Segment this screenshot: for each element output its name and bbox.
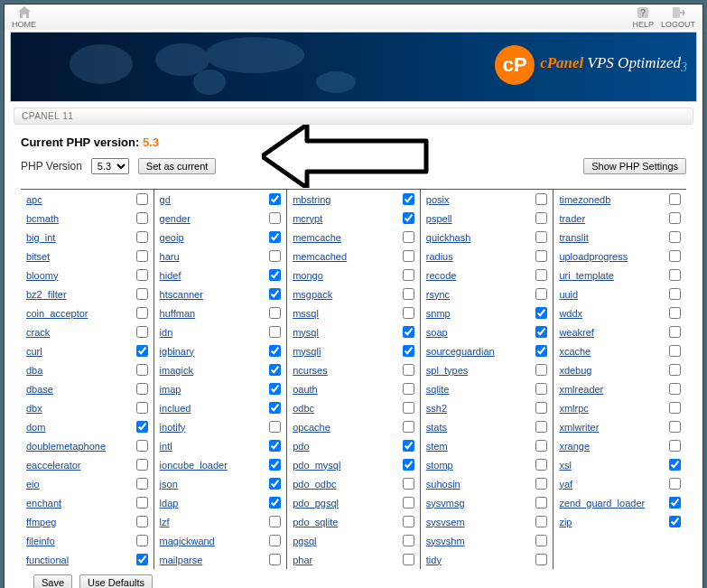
help-link[interactable]: ? HELP [632,5,654,29]
extension-link[interactable]: dom [26,422,45,433]
extension-checkbox[interactable] [535,497,547,509]
extension-link[interactable]: enchant [26,498,61,509]
extension-checkbox[interactable] [403,307,414,319]
extension-link[interactable]: crack [26,327,50,338]
save-button[interactable]: Save [33,574,72,588]
extension-checkbox[interactable] [136,402,148,414]
extension-link[interactable]: functional [26,555,69,565]
extension-checkbox[interactable] [669,497,681,509]
extension-checkbox[interactable] [136,421,148,433]
extension-link[interactable]: pdo_pgsql [293,498,339,509]
extension-checkbox[interactable] [403,345,414,357]
extension-checkbox[interactable] [269,478,281,490]
extension-checkbox[interactable] [669,421,681,433]
extension-checkbox[interactable] [669,250,681,262]
extension-link[interactable]: pdo [293,441,309,452]
extension-checkbox[interactable] [136,193,148,205]
extension-checkbox[interactable] [136,497,148,509]
extension-checkbox[interactable] [403,269,414,281]
extension-link[interactable]: tidy [426,555,442,565]
extension-link[interactable]: memcache [293,232,341,243]
extension-link[interactable]: suhosin [426,479,460,490]
extension-checkbox[interactable] [669,231,681,243]
extension-checkbox[interactable] [669,478,681,490]
extension-checkbox[interactable] [403,535,414,546]
extension-link[interactable]: htscanner [160,289,203,300]
extension-checkbox[interactable] [403,478,414,490]
extension-link[interactable]: pgsql [293,536,316,546]
extension-checkbox[interactable] [136,326,148,338]
extension-link[interactable]: inotify [160,422,186,433]
extension-link[interactable]: ffmpeg [26,517,56,527]
extension-checkbox[interactable] [136,478,148,490]
extension-link[interactable]: trader [559,213,585,224]
extension-checkbox[interactable] [403,364,414,376]
extension-link[interactable]: zend_guard_loader [559,498,645,509]
extension-link[interactable]: sqlite [426,384,450,395]
extension-link[interactable]: bz2_filter [26,289,67,300]
extension-link[interactable]: json [160,479,178,490]
extension-link[interactable]: sysvshm [426,536,465,546]
use-defaults-button[interactable]: Use Defaults [79,574,153,588]
extension-checkbox[interactable] [535,288,547,300]
extension-checkbox[interactable] [669,307,681,319]
extension-link[interactable]: mssql [293,308,319,319]
extension-link[interactable]: xmlwriter [559,422,599,433]
extension-checkbox[interactable] [535,364,547,376]
extension-checkbox[interactable] [535,231,547,243]
extension-checkbox[interactable] [535,193,547,205]
extension-link[interactable]: curl [26,346,42,357]
show-settings-button[interactable]: Show PHP Settings [583,158,686,174]
extension-link[interactable]: bitset [26,251,50,262]
extension-checkbox[interactable] [669,345,681,357]
extension-checkbox[interactable] [669,459,681,471]
extension-link[interactable]: mysqli [293,346,321,357]
extension-checkbox[interactable] [535,421,547,433]
extension-link[interactable]: radius [426,251,453,262]
extension-checkbox[interactable] [136,307,148,319]
extension-checkbox[interactable] [269,288,281,300]
extension-checkbox[interactable] [269,231,281,243]
extension-link[interactable]: uri_template [559,270,614,281]
extension-link[interactable]: imap [160,384,181,395]
extension-checkbox[interactable] [269,345,281,357]
extension-checkbox[interactable] [136,345,148,357]
extension-link[interactable]: imagick [160,365,193,376]
extension-link[interactable]: mailparse [160,555,203,565]
extension-link[interactable]: zip [559,517,572,527]
extension-link[interactable]: bcmath [26,213,59,224]
extension-checkbox[interactable] [535,212,547,224]
extension-checkbox[interactable] [669,402,681,414]
extension-link[interactable]: translit [559,232,588,243]
extension-link[interactable]: dba [26,365,42,376]
php-version-select[interactable]: 5.3 [91,158,129,174]
extension-checkbox[interactable] [535,535,547,546]
extension-link[interactable]: pdo_sqlite [293,517,338,527]
extension-checkbox[interactable] [403,497,414,509]
extension-checkbox[interactable] [669,383,681,395]
extension-checkbox[interactable] [136,288,148,300]
extension-checkbox[interactable] [269,440,281,452]
extension-checkbox[interactable] [669,193,681,205]
logout-link[interactable]: LOGOUT [661,5,695,29]
extension-link[interactable]: xsl [559,460,571,471]
extension-checkbox[interactable] [669,364,681,376]
extension-checkbox[interactable] [136,269,148,281]
extension-link[interactable]: posix [426,194,450,205]
extension-link[interactable]: stomp [426,460,453,471]
extension-checkbox[interactable] [136,250,148,262]
extension-link[interactable]: odbc [293,403,314,414]
extension-checkbox[interactable] [535,440,547,452]
extension-checkbox[interactable] [136,364,148,376]
extension-link[interactable]: uuid [559,289,578,300]
extension-link[interactable]: mcrypt [293,213,322,224]
extension-link[interactable]: xdebug [559,365,591,376]
extension-checkbox[interactable] [535,516,547,527]
extension-link[interactable]: spl_types [426,365,468,376]
extension-checkbox[interactable] [269,421,281,433]
extension-checkbox[interactable] [269,364,281,376]
extension-link[interactable]: doublemetaphone [26,441,106,452]
extension-link[interactable]: sourceguardian [426,346,495,357]
extension-link[interactable]: recode [426,270,457,281]
extension-checkbox[interactable] [403,326,414,338]
